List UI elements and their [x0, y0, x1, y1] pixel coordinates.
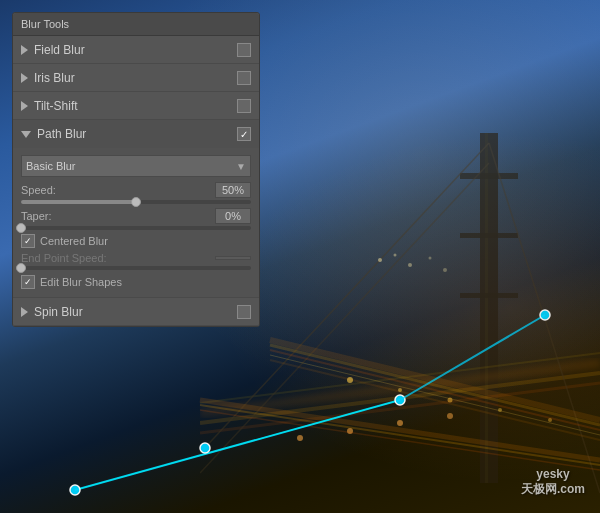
tilt-shift-checkbox[interactable]: [237, 99, 251, 113]
centered-blur-label: Centered Blur: [40, 235, 108, 247]
taper-thumb[interactable]: [16, 223, 26, 233]
path-blur-section: Path Blur ✓ Basic Blur ▼ Speed: 50%: [13, 120, 259, 298]
tilt-shift-expand-icon: [21, 101, 28, 111]
watermark-brand: yesky: [521, 467, 585, 481]
blur-tools-panel: Blur Tools Field Blur Iris Blur Tilt-Shi…: [12, 12, 260, 327]
path-blur-checkbox[interactable]: ✓: [237, 127, 251, 141]
watermark: yesky 天极网.com: [521, 467, 585, 498]
field-blur-expand-icon: [21, 45, 28, 55]
watermark-domain: 天极网.com: [521, 481, 585, 498]
field-blur-checkbox[interactable]: [237, 43, 251, 57]
svg-line-36: [400, 315, 545, 400]
preset-arrow-icon: ▼: [236, 161, 246, 172]
endpoint-speed-value[interactable]: [215, 256, 251, 260]
path-far-dot: [540, 310, 550, 320]
speed-fill: [21, 200, 136, 204]
speed-slider-row: Speed: 50%: [21, 182, 251, 204]
taper-label-row: Taper: 0%: [21, 208, 251, 224]
endpoint-label-row: End Point Speed:: [21, 252, 251, 264]
edit-blur-shapes-row[interactable]: ✓ Edit Blur Shapes: [21, 275, 251, 289]
centered-blur-row[interactable]: ✓ Centered Blur: [21, 234, 251, 248]
preset-select-row: Basic Blur ▼: [21, 155, 251, 177]
field-blur-label: Field Blur: [34, 43, 237, 57]
centered-blur-checkbox[interactable]: ✓: [21, 234, 35, 248]
tilt-shift-label: Tilt-Shift: [34, 99, 237, 113]
tilt-shift-row[interactable]: Tilt-Shift: [13, 92, 259, 120]
spin-blur-label: Spin Blur: [34, 305, 237, 319]
preset-select[interactable]: Basic Blur ▼: [21, 155, 251, 177]
endpoint-thumb[interactable]: [16, 263, 26, 273]
taper-label: Taper:: [21, 210, 215, 222]
svg-line-35: [75, 400, 400, 490]
iris-blur-row[interactable]: Iris Blur: [13, 64, 259, 92]
taper-value[interactable]: 0%: [215, 208, 251, 224]
path-blur-expand-icon: [21, 131, 31, 138]
path-blur-label: Path Blur: [37, 127, 237, 141]
preset-value: Basic Blur: [26, 160, 76, 172]
speed-thumb[interactable]: [131, 197, 141, 207]
path-blur-header[interactable]: Path Blur ✓: [13, 120, 259, 148]
path-mid-dot: [200, 443, 210, 453]
path-blur-content: Basic Blur ▼ Speed: 50% Taper:: [13, 148, 259, 297]
iris-blur-checkbox[interactable]: [237, 71, 251, 85]
spin-blur-expand-icon: [21, 307, 28, 317]
edit-blur-checkbox[interactable]: ✓: [21, 275, 35, 289]
taper-slider-row: Taper: 0%: [21, 208, 251, 230]
endpoint-speed-label: End Point Speed:: [21, 252, 215, 264]
spin-blur-row[interactable]: Spin Blur: [13, 298, 259, 326]
path-start-dot: [70, 485, 80, 495]
field-blur-row[interactable]: Field Blur: [13, 36, 259, 64]
spin-blur-checkbox[interactable]: [237, 305, 251, 319]
endpoint-row: End Point Speed:: [21, 252, 251, 270]
speed-label-row: Speed: 50%: [21, 182, 251, 198]
taper-track[interactable]: [21, 226, 251, 230]
edit-blur-label: Edit Blur Shapes: [40, 276, 122, 288]
speed-track[interactable]: [21, 200, 251, 204]
panel-title: Blur Tools: [13, 13, 259, 36]
iris-blur-label: Iris Blur: [34, 71, 237, 85]
speed-label: Speed:: [21, 184, 215, 196]
endpoint-track[interactable]: [21, 266, 251, 270]
iris-blur-expand-icon: [21, 73, 28, 83]
speed-value[interactable]: 50%: [215, 182, 251, 198]
